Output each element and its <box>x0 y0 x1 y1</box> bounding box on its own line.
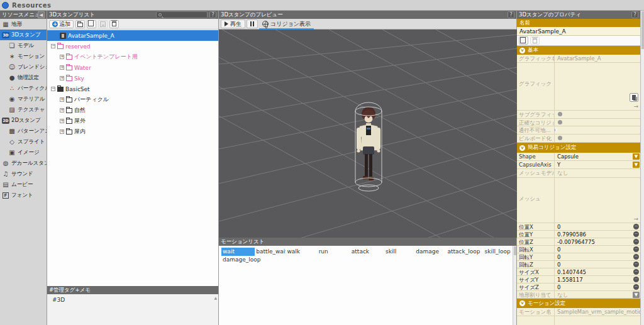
collision-toggle-button[interactable]: コリジョン表示 <box>259 19 314 28</box>
sidebar-item-pattern-anime[interactable]: ▩パターンアニメ <box>0 126 47 136</box>
sidebar-item-sprite[interactable]: ◇スプライト <box>0 136 47 147</box>
sidebar-item-material[interactable]: ◉マテリアル <box>0 94 47 104</box>
motion-item-run[interactable]: run <box>318 248 350 256</box>
rot-y-input[interactable]: 0− <box>555 253 640 260</box>
stepper-icon[interactable]: − <box>633 231 639 237</box>
motion-item-skill[interactable]: skill <box>384 248 414 256</box>
tree-item-avatarsample[interactable]: AvatarSample_A <box>47 30 218 41</box>
preview-viewport[interactable] <box>219 30 517 238</box>
scroll-up-icon[interactable]: ▲ <box>214 295 217 300</box>
collapse-panel-button[interactable]: ◀ <box>38 11 45 18</box>
tags-memo-field[interactable]: #3D <box>47 294 218 325</box>
play-button[interactable]: 再生 <box>221 19 245 28</box>
simple-collision-section-bar[interactable]: v簡易コリジョン設定 <box>517 143 640 153</box>
sidebar-item-decal-stamp[interactable]: ◍デカールスタンプ <box>0 158 47 168</box>
sidebar-item-model[interactable]: ❏モデル <box>0 40 47 51</box>
tree-item-outdoor[interactable]: +屋外 <box>47 116 218 126</box>
mesh-row[interactable]: メッシュ → <box>517 178 640 223</box>
rot-x-input[interactable]: 0− <box>555 246 640 253</box>
title-bar[interactable]: Resources <box>0 0 644 11</box>
expand-expander[interactable]: + <box>60 108 64 113</box>
copy-button[interactable] <box>519 36 528 45</box>
motion-item-wait[interactable]: wait <box>221 248 255 256</box>
motion-item-skill-loop[interactable]: skill_loop <box>484 248 511 256</box>
size-z-input[interactable]: 0− <box>555 284 640 290</box>
sidebar-item-blendshape[interactable]: ☺ブレンドシェイプ <box>0 62 47 72</box>
pos-y-input[interactable]: 0.7990586− <box>555 231 640 238</box>
collapse-expander[interactable]: − <box>51 87 55 91</box>
sidebar-item-texture[interactable]: ▨テクスチャ <box>0 104 47 115</box>
delete-button[interactable] <box>530 36 540 45</box>
stepper-icon[interactable]: − <box>633 277 639 282</box>
sidebar-item-2d-stamp[interactable]: 2D2Dスタンプ <box>0 115 47 126</box>
sidebar-item-motion[interactable]: ∗モーション <box>0 51 47 62</box>
motion-section-bar[interactable]: vモーション設定 <box>517 299 640 308</box>
new-folder-button[interactable] <box>75 20 85 28</box>
stepper-icon[interactable]: − <box>633 269 639 275</box>
motion-item-damage[interactable]: damage <box>414 248 446 256</box>
tree-item-particle-folder[interactable]: +パーティクル <box>47 94 218 105</box>
sidebar-item-sound[interactable]: ♫サウンド <box>0 168 47 179</box>
sidebar-item-image[interactable]: ▣イメージ <box>0 147 47 158</box>
expand-expander[interactable]: + <box>60 55 64 59</box>
tree-item-nature[interactable]: +自然 <box>47 105 218 116</box>
stepper-icon[interactable]: − <box>633 254 639 260</box>
size-x-input[interactable]: 0.1407445− <box>555 268 640 275</box>
capsule-axis-select[interactable]: Y▼ <box>555 161 640 168</box>
basic-section-bar[interactable]: v基本 <box>517 46 640 55</box>
pos-x-input[interactable]: 0− <box>555 223 640 230</box>
terrain-assign-select[interactable]: なし▼ <box>555 291 640 298</box>
pos-z-input[interactable]: -0.007964775− <box>555 238 640 245</box>
tree-item-reserved[interactable]: −reserved <box>47 41 218 52</box>
stepper-icon[interactable]: − <box>633 246 639 252</box>
shape-select[interactable]: Capsule▼ <box>555 153 640 160</box>
size-y-input[interactable]: 1.558117− <box>555 276 640 283</box>
sidebar-item-terrain[interactable]: ▦地形 <box>0 19 47 30</box>
stepper-icon[interactable]: − <box>633 224 639 229</box>
sidebar-item-physics[interactable]: ●物理設定 <box>0 72 47 83</box>
help-button[interactable]: ? <box>631 11 638 18</box>
motion-item-battle-wait[interactable]: battle_wait <box>255 248 286 256</box>
pause-button[interactable] <box>247 19 258 28</box>
expand-expander[interactable]: + <box>60 97 64 102</box>
expand-expander[interactable]: + <box>60 76 64 80</box>
tree-item-water[interactable]: +Water <box>47 62 218 73</box>
expand-expander[interactable]: + <box>60 129 64 134</box>
arrow-right-icon[interactable]: → <box>633 216 638 222</box>
motion-item-walk[interactable]: walk <box>286 248 317 256</box>
arrow-right-icon[interactable]: → <box>633 103 638 109</box>
sidebar-item-particle[interactable]: ∴パーティクル <box>0 83 47 94</box>
stepper-icon[interactable]: − <box>633 284 639 290</box>
properties-scrollbar[interactable] <box>640 11 644 325</box>
stepper-icon[interactable]: − <box>633 239 639 245</box>
motion-item-damage-loop[interactable]: damage_loop <box>221 256 262 264</box>
tree-item-sky[interactable]: +Sky <box>47 73 218 84</box>
chevron-down-icon[interactable]: ▼ <box>633 292 640 298</box>
motion-item-attack-loop[interactable]: attack_loop <box>446 248 483 256</box>
copy-button[interactable] <box>87 20 96 28</box>
tree-item-basicset[interactable]: −BasicSet <box>47 84 218 94</box>
sidebar-item-3d-stamp[interactable]: 3D3Dスタンプ <box>0 30 47 40</box>
rot-z-input[interactable]: 0− <box>555 261 640 268</box>
sidebar-item-movie[interactable]: ▤ムービー <box>0 179 47 190</box>
collapse-expander[interactable]: − <box>51 44 55 48</box>
chevron-down-icon[interactable]: ▼ <box>633 162 640 168</box>
motion-item-attack[interactable]: attack <box>350 248 384 256</box>
paste-button[interactable] <box>98 20 108 28</box>
graphic-stamp-icon[interactable] <box>630 93 638 102</box>
add-button[interactable]: +追加 <box>49 20 74 28</box>
expand-expander[interactable]: + <box>60 119 64 123</box>
stepper-icon[interactable]: − <box>633 262 639 267</box>
expand-expander[interactable]: + <box>60 65 64 70</box>
sidebar-item-font[interactable]: Fフォント <box>0 190 47 201</box>
motion-list-scrollbar[interactable] <box>513 246 516 325</box>
delete-button[interactable] <box>109 20 119 28</box>
chevron-down-icon[interactable]: ▼ <box>633 153 640 160</box>
search-input[interactable] <box>156 11 208 18</box>
tree-item-event-template[interactable]: +イベントテンプレート用 <box>47 52 218 62</box>
help-button[interactable]: ? <box>209 11 216 18</box>
name-input[interactable]: AvatarSample_A <box>517 27 640 36</box>
graphic-row[interactable]: グラフィック → <box>517 63 640 111</box>
tree-item-indoor[interactable]: +屋内 <box>47 126 218 137</box>
help-button[interactable]: ? <box>508 11 514 18</box>
